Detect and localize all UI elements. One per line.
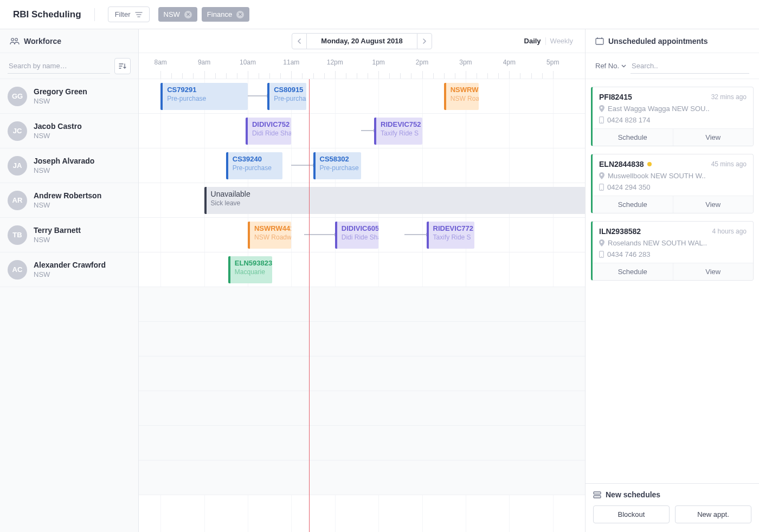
appointment-block[interactable]: ELN593823Macquarie: [228, 256, 272, 283]
card-phone: 0424 828 174: [599, 116, 747, 124]
appointment-sub: Didi Ride Sha: [252, 129, 287, 137]
filter-chip[interactable]: Finance✕: [202, 7, 249, 22]
worker-row[interactable]: TBTerry BarnettNSW: [0, 218, 138, 252]
unscheduled-sort[interactable]: Ref No.: [595, 62, 626, 70]
appointment-sub: Pre-purchase: [274, 95, 302, 102]
unscheduled-card[interactable]: ELN284483845 mins agoMuswellbook NEW SOU…: [591, 154, 754, 213]
filter-button[interactable]: Filter: [108, 7, 150, 22]
people-icon: [10, 37, 20, 45]
avatar: GG: [8, 87, 27, 106]
schedule-row: NSWRW441NSW RoadwDIDIVIC605Didi Ride Sha…: [139, 218, 585, 252]
schedule-row: [139, 426, 585, 460]
chevron-left-icon: [297, 38, 301, 44]
unscheduled-card[interactable]: ILN29385824 hours agoRoselands NEW SOUTH…: [591, 221, 754, 281]
appointment-ref: CS58302: [320, 155, 357, 163]
worker-row[interactable]: JCJacob CastroNSW: [0, 114, 138, 148]
worker-row[interactable]: ACAlexander CrawfordNSW: [0, 252, 138, 287]
card-schedule-button[interactable]: Schedule: [593, 129, 673, 146]
chip-remove-icon[interactable]: ✕: [184, 11, 192, 18]
worker-name: Joseph Alvarado: [34, 157, 94, 165]
appointment-block[interactable]: CS58302Pre-purchase: [313, 152, 361, 179]
card-view-button[interactable]: View: [673, 263, 754, 280]
travel-segment: [291, 165, 313, 166]
date-prev-button[interactable]: [292, 33, 307, 49]
svg-rect-10: [594, 496, 601, 498]
unscheduled-search-input[interactable]: [631, 59, 749, 74]
chevron-down-icon: [621, 64, 626, 68]
card-view-button[interactable]: View: [673, 196, 754, 213]
appointment-ref: CS39240: [233, 155, 279, 163]
avatar: JA: [8, 156, 27, 176]
card-schedule-button[interactable]: Schedule: [593, 263, 673, 280]
card-view-button[interactable]: View: [673, 129, 754, 146]
status-dot-icon: [647, 162, 652, 166]
appointment-block[interactable]: CS39240Pre-purchase: [226, 152, 283, 179]
appointment-sub: Taxify Ride S: [381, 129, 417, 137]
view-weekly[interactable]: Weekly: [548, 36, 575, 46]
appointment-ref: NSWRW441: [254, 224, 287, 232]
card-phone: 0434 746 283: [599, 250, 747, 258]
worker-row[interactable]: JAJoseph AlvaradoNSW: [0, 148, 138, 183]
worker-name: Terry Barnett: [34, 226, 81, 235]
svg-point-4: [601, 122, 602, 122]
schedule-row: [139, 287, 585, 322]
appointment-block[interactable]: DIDIVIC752Didi Ride Sha: [246, 118, 291, 145]
worker-name: Andrew Robertson: [34, 191, 101, 200]
appointment-block[interactable]: DIDIVIC605Didi Ride Sha: [335, 222, 378, 249]
view-daily[interactable]: Daily: [522, 36, 543, 46]
calendar-icon: [595, 37, 604, 45]
appointment-block[interactable]: UnavailableSick leave: [204, 187, 585, 214]
divider: [94, 8, 95, 21]
blockout-button[interactable]: Blockout: [593, 505, 670, 523]
hour-label: 3pm: [459, 59, 472, 66]
appointment-sub: Sick leave: [211, 199, 581, 207]
travel-segment: [404, 234, 426, 235]
appointment-ref: CS80915: [274, 86, 302, 94]
svg-rect-9: [594, 492, 601, 494]
appointment-ref: Unavailable: [211, 190, 581, 198]
workforce-sort-button[interactable]: [114, 58, 131, 74]
worker-name: Gregory Green: [34, 87, 87, 96]
worker-region: NSW: [34, 236, 81, 244]
appointment-block[interactable]: RIDEVIC772Taxify Ride S: [427, 222, 474, 249]
card-phone: 0424 294 350: [599, 183, 747, 191]
filter-chip[interactable]: NSW✕: [158, 7, 197, 22]
appointment-ref: DIDIVIC752: [252, 120, 287, 128]
travel-segment: [361, 130, 374, 131]
phone-icon: [599, 184, 604, 191]
card-schedule-button[interactable]: Schedule: [593, 196, 673, 213]
date-next-button[interactable]: [417, 33, 432, 49]
appointment-sub: Pre-purchase: [320, 164, 357, 172]
appointment-block[interactable]: NSWRW441NSW Roadw: [248, 222, 291, 249]
worker-region: NSW: [34, 201, 101, 209]
current-date-label[interactable]: Monday, 20 August 2018: [307, 33, 416, 49]
worker-name: Jacob Castro: [34, 122, 82, 131]
appointment-block[interactable]: RIDEVIC752Taxify Ride S: [374, 118, 422, 145]
hour-label: 2pm: [416, 59, 428, 66]
hour-label: 12pm: [327, 59, 343, 66]
schedule-row: DIDIVIC752Didi Ride ShaRIDEVIC752Taxify …: [139, 114, 585, 148]
phone-icon: [599, 116, 604, 124]
new-appt-button[interactable]: New appt.: [675, 505, 751, 523]
worker-row[interactable]: ARAndrew RobertsonNSW: [0, 183, 138, 218]
chip-remove-icon[interactable]: ✕: [236, 11, 244, 18]
card-address: Muswellbook NEW SOUTH W..: [599, 172, 747, 180]
appointment-block[interactable]: CS79291Pre-purchase: [160, 83, 248, 110]
schedule-row: [139, 391, 585, 426]
unscheduled-card[interactable]: PFI8241532 mins agoEast Wagga Wagga NEW …: [591, 87, 754, 146]
pin-icon: [599, 105, 604, 112]
appointment-sub: NSW Roadw: [254, 233, 287, 241]
appointment-block[interactable]: NSWRW4NSW Roa: [444, 83, 479, 110]
worker-row[interactable]: GGGregory GreenNSW: [0, 79, 138, 114]
new-schedules-heading: New schedules: [593, 490, 751, 499]
worker-region: NSW: [34, 166, 94, 174]
appointment-sub: NSW Roa: [451, 95, 474, 102]
schedule-icon: [593, 491, 601, 498]
worker-region: NSW: [34, 270, 106, 278]
appointment-block[interactable]: CS80915Pre-purchase: [267, 83, 306, 110]
workforce-search-input[interactable]: [8, 59, 110, 74]
sort-icon: [119, 63, 126, 69]
topbar: RBI Scheduling Filter NSW✕Finance✕: [0, 0, 759, 29]
hour-label: 8am: [155, 59, 167, 66]
card-ref: ILN2938582: [599, 227, 641, 236]
